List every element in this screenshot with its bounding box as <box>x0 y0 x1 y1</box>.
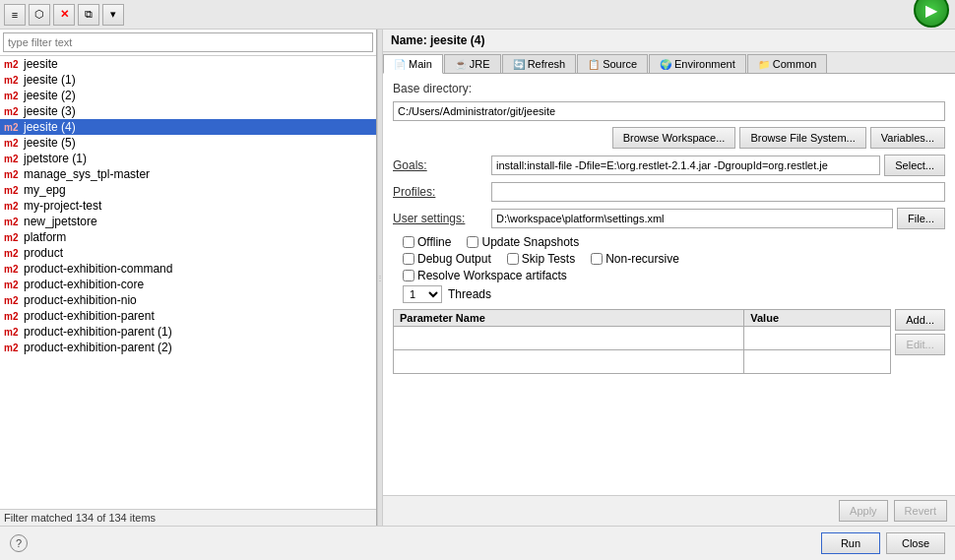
m2-badge: m2 <box>4 327 20 338</box>
tab-common[interactable]: 📁Common <box>747 54 828 73</box>
revert-button[interactable]: Revert <box>894 500 947 522</box>
m2-badge: m2 <box>4 75 20 86</box>
m2-badge: m2 <box>4 106 20 117</box>
threads-row: 1 2 4 Threads <box>403 285 945 303</box>
tree-item[interactable]: m2product <box>0 245 376 261</box>
base-dir-label: Base directory: <box>393 82 491 95</box>
tree-item[interactable]: m2jeesite (5) <box>0 135 376 151</box>
variables-button[interactable]: Variables... <box>870 127 945 149</box>
item-label: jeesite <box>24 57 58 71</box>
non-recursive-checkbox[interactable] <box>591 253 603 265</box>
status-text: Filter matched 134 of 134 items <box>4 512 156 524</box>
tree-item[interactable]: m2my_epg <box>0 182 376 198</box>
browse-buttons-row: Browse Workspace... Browse File System..… <box>393 127 945 149</box>
tab-label-main: Main <box>409 58 432 70</box>
goals-row: Goals: Select... <box>393 155 945 176</box>
m2-badge: m2 <box>4 280 20 290</box>
item-label: product-exhibition-parent (2) <box>24 341 172 354</box>
play-button[interactable]: ▶ <box>914 0 949 28</box>
profiles-input[interactable] <box>491 182 945 202</box>
item-label: my-project-test <box>24 199 101 213</box>
tree-item[interactable]: m2product-exhibition-nio <box>0 292 376 308</box>
main-window: ≡ ⬡ ✕ ⧉ ▾ ▶ m2jeesitem2jeesite (1)m2jees… <box>0 0 955 560</box>
edit-param-button[interactable]: Edit... <box>895 334 945 355</box>
toolbar-btn-dropdown[interactable]: ▾ <box>102 4 124 26</box>
tree-item[interactable]: m2product-exhibition-command <box>0 261 376 277</box>
tab-jre[interactable]: ☕JRE <box>444 54 501 73</box>
tab-main[interactable]: 📄Main <box>383 54 443 74</box>
tree-item[interactable]: m2new_jpetstore <box>0 214 376 229</box>
tree-item[interactable]: m2jeesite (3) <box>0 103 376 119</box>
tab-icon-environment: 🌍 <box>660 59 671 70</box>
param-value-cell[interactable] <box>744 327 891 350</box>
item-label: jpetstore (1) <box>24 152 87 165</box>
m2-badge: m2 <box>4 122 20 133</box>
file-button[interactable]: File... <box>897 208 945 229</box>
filter-input[interactable] <box>3 32 373 52</box>
m2-badge: m2 <box>4 59 20 70</box>
item-label: jeesite (1) <box>24 73 76 87</box>
tree-item[interactable]: m2jeesite (2) <box>0 88 376 103</box>
tab-source[interactable]: 📋Source <box>577 54 648 73</box>
tree-item[interactable]: m2product-exhibition-parent (2) <box>0 340 376 355</box>
param-value-cell[interactable] <box>744 350 891 374</box>
tree-item[interactable]: m2jeesite <box>0 56 376 72</box>
tree-item[interactable]: m2jeesite (1) <box>0 72 376 88</box>
threads-select[interactable]: 1 2 4 <box>403 285 442 303</box>
offline-checkbox-item: Offline <box>403 235 451 249</box>
tab-environment[interactable]: 🌍Environment <box>649 54 746 73</box>
debug-output-checkbox[interactable] <box>403 253 414 265</box>
tree-item[interactable]: m2product-exhibition-parent (1) <box>0 324 376 340</box>
m2-badge: m2 <box>4 342 20 353</box>
params-section: Parameter Name Value <box>393 309 945 378</box>
select-button[interactable]: Select... <box>884 155 945 176</box>
param-name-col-header: Parameter Name <box>394 310 744 327</box>
browse-filesystem-button[interactable]: Browse File System... <box>739 127 865 149</box>
offline-checkbox[interactable] <box>403 236 414 248</box>
toolbar-btn-new[interactable]: ⬡ <box>29 4 50 26</box>
toolbar-btn-menu[interactable]: ≡ <box>4 4 26 26</box>
tab-refresh[interactable]: 🔄Refresh <box>502 54 577 73</box>
toolbar-btn-delete[interactable]: ✕ <box>53 4 75 26</box>
profiles-label: Profiles: <box>393 185 491 199</box>
tree-item[interactable]: m2my-project-test <box>0 198 376 214</box>
item-label: platform <box>24 230 66 244</box>
tree-item[interactable]: m2product-exhibition-parent <box>0 308 376 324</box>
checkbox-row-2: Debug Output Skip Tests Non-recursive <box>403 252 945 266</box>
apply-button[interactable]: Apply <box>839 500 888 522</box>
item-label: new_jpetstore <box>24 215 97 228</box>
tab-label-jre: JRE <box>470 58 490 70</box>
param-name-cell[interactable] <box>394 327 744 350</box>
item-label: jeesite (2) <box>24 89 76 102</box>
debug-output-label: Debug Output <box>417 252 491 266</box>
filter-bar <box>0 30 376 56</box>
browse-workspace-button[interactable]: Browse Workspace... <box>612 127 736 149</box>
tree-item[interactable]: m2jpetstore (1) <box>0 151 376 166</box>
toolbar-btn-copy[interactable]: ⧉ <box>78 4 99 26</box>
base-dir-input[interactable] <box>393 101 945 121</box>
tree-item[interactable]: m2product-exhibition-core <box>0 277 376 292</box>
tabs-bar: 📄Main☕JRE🔄Refresh📋Source🌍Environment📁Com… <box>383 52 955 74</box>
skip-tests-checkbox[interactable] <box>507 253 519 265</box>
item-label: jeesite (4) <box>24 120 76 134</box>
checkbox-row-3: Resolve Workspace artifacts <box>403 269 945 282</box>
skip-tests-checkbox-item: Skip Tests <box>507 252 575 266</box>
param-name-cell[interactable] <box>394 350 744 374</box>
run-button[interactable]: Run <box>821 532 880 554</box>
tree-item[interactable]: m2manage_sys_tpl-master <box>0 166 376 182</box>
resolve-workspace-checkbox-item: Resolve Workspace artifacts <box>403 269 567 282</box>
resolve-workspace-checkbox[interactable] <box>403 270 414 281</box>
tree-container: m2jeesitem2jeesite (1)m2jeesite (2)m2jee… <box>0 56 376 509</box>
content-area: m2jeesitem2jeesite (1)m2jeesite (2)m2jee… <box>0 30 955 526</box>
name-bar: Name: jeesite (4) <box>383 30 955 52</box>
update-snapshots-checkbox[interactable] <box>467 236 478 248</box>
user-settings-input[interactable] <box>491 209 893 228</box>
item-label: product-exhibition-parent <box>24 309 155 323</box>
add-param-button[interactable]: Add... <box>895 309 945 331</box>
help-button[interactable]: ? <box>10 534 28 552</box>
tree-item[interactable]: m2platform <box>0 229 376 245</box>
tree-item[interactable]: m2jeesite (4) <box>0 119 376 135</box>
goals-input[interactable] <box>491 156 880 175</box>
item-label: product-exhibition-parent (1) <box>24 325 172 339</box>
close-button[interactable]: Close <box>886 532 945 554</box>
